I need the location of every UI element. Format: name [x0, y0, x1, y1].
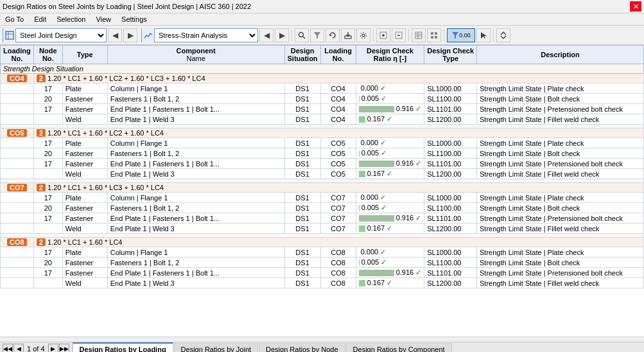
cell-type: Fastener	[62, 213, 107, 224]
cell-type: Weld	[62, 278, 107, 288]
cell-node	[33, 114, 62, 125]
table-row: 17 Plate Column | Flange 1 DS1 CO4 0.000…	[1, 84, 644, 94]
cell-type: Fastener	[62, 203, 107, 213]
prev-module-btn[interactable]: ◀	[108, 28, 122, 42]
last-page-btn[interactable]: ▶▶	[59, 344, 69, 352]
svg-marker-5	[314, 32, 320, 39]
cell-desc: Strength Limit State | Bolt check	[477, 148, 644, 159]
cell-compname: End Plate 1 | Weld 3	[107, 224, 284, 234]
group-header-CO7: CO7 2 1.20 * LC1 + 1.60 * LC3 + 1.60 * L…	[1, 183, 644, 193]
cell-ratio: 0.167 ✓	[356, 224, 424, 234]
menu-item-selection[interactable]: Selection	[54, 15, 88, 24]
node-badge: 2	[37, 238, 46, 246]
cell-loadingno: CO5	[320, 169, 356, 179]
cell-ratio: 0.167 ✓	[356, 114, 424, 125]
cell-node: 20	[33, 148, 62, 159]
search-btn[interactable]	[295, 28, 309, 42]
highlight-filter-btn[interactable]: 0.00	[447, 28, 475, 42]
cell-desc: Strength Limit State | Plate check	[477, 247, 644, 258]
analysis-select[interactable]: Stress-Strain Analysis	[155, 29, 257, 42]
col-header-type: Type	[62, 46, 107, 64]
check-icon: ✓	[415, 159, 421, 167]
formula: 1.20 * LC1 + 1.60 * LC2 + 1.60 * LC4	[48, 129, 164, 137]
tab-1[interactable]: Design Ratios by Joint	[174, 343, 258, 352]
menu-item-go-to[interactable]: Go To	[3, 15, 26, 24]
ratio-value: 0.916	[396, 159, 414, 167]
tab-3[interactable]: Design Ratios by Component	[346, 343, 452, 352]
cell-node	[33, 224, 62, 234]
check-icon: ✓	[381, 258, 387, 266]
table-row: 20 Fastener Fasteners 1 | Bolt 1, 2 DS1 …	[1, 203, 644, 213]
cell-desc: Strength Limit State | Plate check	[477, 193, 644, 203]
check-icon: ✓	[380, 139, 386, 146]
cell-loading	[1, 193, 34, 203]
table-row: 20 Fastener Fasteners 1 | Bolt 1, 2 DS1 …	[1, 258, 644, 268]
cell-desc: Strength Limit State | Fillet weld check	[477, 278, 644, 288]
svg-point-8	[362, 34, 365, 37]
check-icon: ✓	[415, 214, 421, 222]
expand-btn[interactable]	[496, 28, 510, 42]
prev-analysis-btn[interactable]: ◀	[259, 28, 274, 42]
table-view-btn[interactable]	[412, 28, 426, 42]
cell-loadingno: CO7	[320, 213, 356, 224]
horizontal-scrollbar[interactable]	[0, 337, 644, 342]
check-icon: ✓	[387, 279, 392, 286]
prev-page-btn[interactable]: ◀	[13, 344, 24, 352]
cell-loading	[1, 114, 34, 125]
next-page-btn[interactable]: ▶	[48, 344, 58, 352]
cell-ds: DS1	[284, 104, 320, 114]
cell-node: 17	[33, 159, 62, 169]
svg-point-3	[299, 32, 304, 37]
next-analysis-btn[interactable]: ▶	[275, 28, 289, 42]
grid-view-btn[interactable]	[427, 28, 441, 42]
module-select[interactable]: Steel Joint Design	[16, 29, 106, 42]
cell-type: Fastener	[62, 159, 107, 169]
cell-node: 20	[33, 258, 62, 268]
filter-btn[interactable]	[310, 28, 324, 42]
cell-ds: DS1	[284, 84, 320, 94]
cell-loading	[1, 94, 34, 104]
cell-loadingno: CO4	[320, 94, 356, 104]
cell-dctype: SL1100.00	[424, 148, 477, 159]
cell-compname: Fasteners 1 | Bolt 1, 2	[107, 203, 284, 213]
sep3	[408, 29, 409, 42]
cell-type: Fastener	[62, 94, 107, 104]
cell-ratio: 0.000 ✓	[356, 247, 424, 258]
refresh-btn[interactable]	[326, 28, 340, 42]
cell-ds: DS1	[284, 148, 320, 159]
tab-0[interactable]: Design Ratios by Loading	[73, 342, 173, 352]
cell-loadingno: CO5	[320, 148, 356, 159]
first-page-btn[interactable]: ◀◀	[3, 344, 13, 352]
menu-item-edit[interactable]: Edit	[31, 15, 49, 24]
cell-type: Fastener	[62, 268, 107, 278]
cell-loading	[1, 138, 34, 148]
settings-btn[interactable]	[356, 28, 370, 42]
table-container[interactable]: LoadingNo. NodeNo. Type ComponentName De…	[0, 45, 644, 337]
loading-no-badge: CO7	[7, 184, 27, 191]
ratio-value: 0.167	[367, 115, 385, 123]
zoom-in-btn[interactable]	[376, 28, 390, 42]
zoom-out-btn[interactable]	[392, 28, 406, 42]
cell-desc: Strength Limit State | Bolt check	[477, 94, 644, 104]
menu-item-view[interactable]: View	[93, 15, 114, 24]
ratio-value: 0.005	[361, 258, 379, 266]
cursor-btn[interactable]	[476, 28, 491, 42]
cell-desc: Strength Limit State | Pretensioned bolt…	[477, 104, 644, 114]
export-btn[interactable]	[341, 28, 355, 42]
check-icon: ✓	[381, 94, 387, 102]
cell-compname: End Plate 1 | Weld 3	[107, 169, 284, 179]
tab-2[interactable]: Design Ratios by Node	[259, 343, 345, 352]
table-row: 17 Plate Column | Flange 1 DS1 CO7 0.000…	[1, 193, 644, 203]
close-button[interactable]: ✕	[630, 1, 641, 12]
menu-item-settings[interactable]: Settings	[119, 15, 150, 24]
cell-ds: DS1	[284, 169, 320, 179]
formula: 1.20 * LC1 + 1.60 * LC2 + 1.60 * LC3 + 1…	[48, 75, 205, 82]
cell-loadingno: CO7	[320, 193, 356, 203]
next-module-btn[interactable]: ▶	[123, 28, 137, 42]
cell-compname: Fasteners 1 | Bolt 1, 2	[107, 94, 284, 104]
cell-compname: End Plate 1 | Fasteners 1 | Bolt 1...	[107, 268, 284, 278]
check-icon: ✓	[381, 204, 387, 211]
cell-node: 20	[33, 203, 62, 213]
cell-loadingno: CO5	[320, 138, 356, 148]
cell-loading	[1, 159, 34, 169]
